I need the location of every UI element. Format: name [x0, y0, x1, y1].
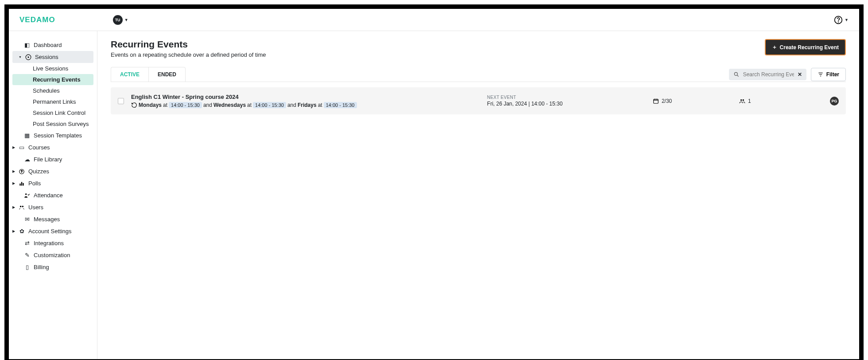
event-schedule: Mondays at 14:00 - 15:30 and Wednesdays …: [131, 102, 480, 108]
sidebar-item-quizzes[interactable]: ▶ ? Quizzes: [9, 165, 97, 177]
header: VEDAMO TU ▼ ▼: [9, 9, 859, 31]
sidebar-item-label: Sessions: [35, 54, 58, 60]
next-event-date: Fri, 26 Jan, 2024 | 14:00 - 15:30: [487, 101, 646, 107]
svg-rect-16: [654, 99, 659, 103]
template-icon: ▦: [24, 132, 30, 139]
sidebar-sub-schedules[interactable]: Schedules: [9, 85, 97, 96]
sidebar-item-label: Dashboard: [34, 42, 62, 48]
search-input[interactable]: [743, 71, 794, 78]
brand-logo[interactable]: VEDAMO: [19, 16, 55, 24]
sidebar-item-billing[interactable]: ▯ Billing: [9, 261, 97, 273]
dashboard-icon: ◧: [24, 42, 30, 48]
sidebar-item-label: Messages: [34, 216, 60, 223]
sidebar-item-integrations[interactable]: ⇄ Integrations: [9, 237, 97, 249]
clear-search-icon[interactable]: ✕: [798, 71, 802, 78]
globe-help-icon: [834, 16, 843, 24]
sidebar-sub-session-link-control[interactable]: Session Link Control: [9, 107, 97, 118]
svg-rect-5: [19, 184, 20, 186]
owner-badge: PG: [830, 97, 839, 106]
sidebar-item-label: Billing: [34, 264, 49, 270]
create-recurring-event-button[interactable]: ＋ Create Recurring Event: [765, 39, 846, 55]
svg-point-9: [20, 205, 22, 207]
chevron-right-icon: ▶: [12, 181, 15, 185]
svg-point-20: [740, 99, 742, 101]
svg-rect-6: [21, 182, 22, 185]
tabs: ACTIVE ENDED: [111, 67, 186, 82]
chevron-right-icon: ▶: [12, 205, 15, 209]
filter-icon: [818, 71, 824, 78]
sidebar-item-label: Users: [28, 204, 43, 211]
sidebar-item-file-library[interactable]: ☁ File Library: [9, 153, 97, 165]
sidebar-item-label: Courses: [28, 144, 50, 151]
help-menu[interactable]: ▼: [834, 16, 849, 24]
svg-point-10: [22, 205, 24, 207]
svg-point-1: [838, 22, 839, 22]
sidebar-item-label: Quizzes: [28, 168, 49, 175]
sidebar-item-polls[interactable]: ▶ Polls: [9, 177, 97, 189]
sidebar-item-customization[interactable]: ✎ Customization: [9, 249, 97, 261]
search-icon: [733, 71, 740, 78]
chevron-down-icon: ▼: [124, 18, 128, 22]
cloud-icon: ☁: [24, 156, 30, 163]
event-title: English C1 Winter - Spring course 2024: [131, 94, 480, 100]
sidebar-item-messages[interactable]: ✉ Messages: [9, 213, 97, 225]
sidebar-item-label: Session Templates: [34, 132, 82, 139]
svg-text:?: ?: [21, 170, 23, 173]
recurring-icon: [131, 102, 137, 108]
book-icon: ▭: [19, 144, 25, 151]
chevron-down-icon: ▼: [845, 18, 849, 22]
svg-point-11: [734, 72, 737, 75]
sidebar-item-label: Polls: [28, 180, 41, 187]
sidebar-item-courses[interactable]: ▶ ▭ Courses: [9, 141, 97, 153]
sidebar-item-users[interactable]: ▶ Users: [9, 201, 97, 213]
sidebar-sub-live-sessions[interactable]: Live Sessions: [9, 63, 97, 74]
sidebar-item-label: Attendance: [34, 192, 63, 199]
users-icon: [19, 204, 25, 211]
user-menu[interactable]: TU ▼: [113, 15, 128, 25]
customize-icon: ✎: [24, 252, 30, 258]
sidebar-item-sessions[interactable]: ▼ Sessions: [12, 51, 93, 63]
sidebar-item-attendance[interactable]: Attendance: [9, 189, 97, 201]
svg-line-12: [737, 75, 738, 76]
sidebar-item-label: File Library: [34, 156, 62, 163]
button-label: Create Recurring Event: [780, 44, 839, 51]
mail-icon: ✉: [24, 216, 30, 223]
users-icon: [739, 98, 745, 104]
svg-rect-7: [23, 183, 23, 185]
sidebar-item-account-settings[interactable]: ▶ ✿ Account Settings: [9, 225, 97, 237]
page-subtitle: Events on a repeating schedule over a de…: [111, 51, 266, 58]
billing-icon: ▯: [24, 264, 30, 270]
sidebar-sub-post-session-surveys[interactable]: Post Session Surveys: [9, 118, 97, 129]
chevron-right-icon: ▶: [12, 229, 15, 233]
integrations-icon: ⇄: [24, 240, 30, 247]
user-avatar: TU: [113, 15, 123, 25]
sidebar-sub-permanent-links[interactable]: Permanent Links: [9, 96, 97, 107]
sidebar-item-label: Customization: [34, 252, 70, 258]
help-icon: ?: [19, 168, 25, 175]
filter-button[interactable]: Filter: [811, 68, 846, 81]
calendar-check-icon: [653, 98, 659, 104]
sidebar-item-session-templates[interactable]: ▦ Session Templates: [9, 129, 97, 141]
main-content: Recurring Events Events on a repeating s…: [97, 31, 859, 359]
event-progress: 2/30: [653, 98, 732, 104]
search-field[interactable]: ✕: [729, 69, 806, 80]
chevron-right-icon: ▶: [12, 145, 15, 149]
tab-ended[interactable]: ENDED: [148, 67, 186, 82]
event-row[interactable]: English C1 Winter - Spring course 2024 M…: [111, 87, 846, 114]
checkbox[interactable]: [118, 98, 124, 104]
tab-active[interactable]: ACTIVE: [111, 67, 148, 82]
play-icon: [25, 54, 31, 60]
sidebar-sub-recurring-events[interactable]: Recurring Events: [12, 74, 93, 85]
next-event-label: NEXT EVENT: [487, 95, 646, 100]
gear-icon: ✿: [19, 228, 25, 235]
sidebar: ◧ Dashboard ▼ Sessions Live Sessions Rec…: [9, 31, 97, 359]
sidebar-item-label: Integrations: [34, 240, 64, 247]
sidebar-item-label: Account Settings: [28, 228, 72, 235]
svg-point-8: [25, 193, 27, 195]
chevron-down-icon: ▼: [19, 55, 22, 59]
page-title: Recurring Events: [111, 39, 266, 50]
sidebar-item-dashboard[interactable]: ◧ Dashboard: [9, 39, 97, 51]
button-label: Filter: [826, 71, 839, 78]
event-participants: 1: [739, 98, 818, 104]
plus-icon: ＋: [772, 43, 777, 51]
